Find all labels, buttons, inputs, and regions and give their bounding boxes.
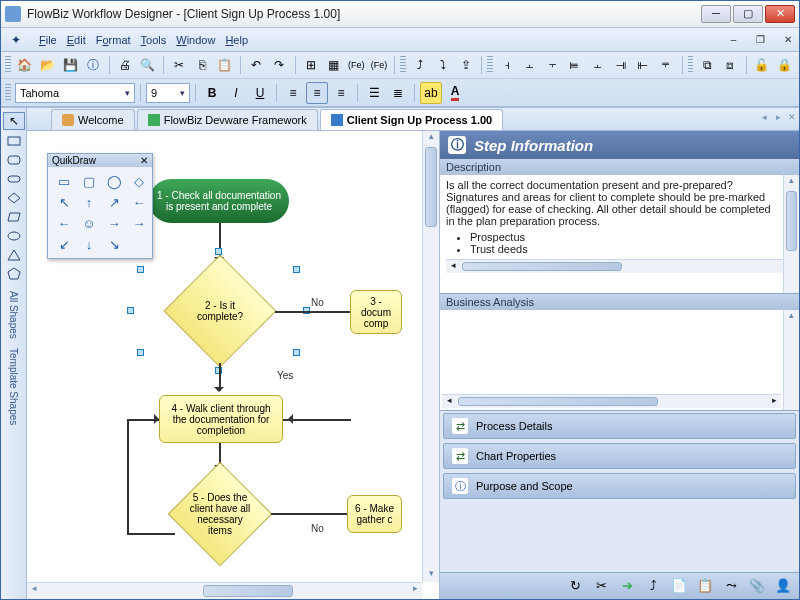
qd-diamond-icon[interactable]: ◇ (127, 171, 151, 191)
tab-scroll-right[interactable]: ▸ (771, 112, 785, 130)
flowchart-step-6[interactable]: 6 - Make gather c (347, 495, 402, 533)
align-top-icon[interactable]: ⫢ (565, 54, 586, 76)
tab-welcome[interactable]: Welcome (51, 109, 135, 130)
underline-button[interactable]: U (249, 82, 271, 104)
font-size-select[interactable]: 9▾ (146, 83, 190, 103)
app-menu-icon[interactable]: ✦ (5, 29, 27, 51)
foot-person-icon[interactable]: 👤 (773, 576, 793, 596)
qd-arrow-se2-icon[interactable]: ↘ (102, 234, 126, 254)
quikdraw-close-icon[interactable]: ✕ (140, 155, 148, 166)
foot-doc-icon[interactable]: 📄 (669, 576, 689, 596)
info-icon[interactable]: ⓘ (83, 54, 104, 76)
shape-rectangle-icon[interactable] (4, 133, 24, 149)
save-icon[interactable]: 💾 (60, 54, 81, 76)
toolbar-grip-4[interactable] (688, 56, 694, 74)
print-icon[interactable]: 🖨 (115, 54, 136, 76)
foot-refresh-icon[interactable]: ↻ (565, 576, 585, 596)
group-icon[interactable]: ⧉ (697, 54, 718, 76)
paste-icon[interactable]: 📋 (214, 54, 235, 76)
align-text-right-button[interactable]: ≡ (330, 82, 352, 104)
qd-rrect-icon[interactable]: ▢ (77, 171, 101, 191)
flowchart-step-3[interactable]: 3 - docum comp (350, 290, 402, 334)
purpose-scope-bar[interactable]: ⓘPurpose and Scope (443, 473, 796, 499)
minimize-button[interactable]: ─ (701, 5, 731, 23)
shape-pentagon-icon[interactable] (4, 266, 24, 282)
description-text[interactable]: Is all the correct documentation present… (440, 175, 799, 293)
flowchart-step-4[interactable]: 4 - Walk client through the documentatio… (159, 395, 283, 443)
description-h-scrollbar[interactable]: ◂▸ (446, 259, 793, 273)
shape-ellipse-icon[interactable] (4, 228, 24, 244)
tab-scroll-left[interactable]: ◂ (757, 112, 771, 130)
align-text-center-button[interactable]: ≡ (306, 82, 328, 104)
template-shapes-tab[interactable]: Template Shapes (8, 348, 19, 425)
mdi-close-button[interactable]: ✕ (780, 34, 795, 46)
tab-client-signup[interactable]: Client Sign Up Process 1.00 (320, 109, 504, 130)
shape-terminator-icon[interactable] (4, 171, 24, 187)
foot-tools-icon[interactable]: ✂ (591, 576, 611, 596)
flowchart-step-2[interactable]: 2 - Is it complete? (163, 254, 276, 367)
copy-icon[interactable]: ⎘ (192, 54, 213, 76)
ba-h-scrollbar[interactable]: ◂▸ (442, 394, 781, 408)
toolbar-font-grip[interactable] (5, 84, 11, 102)
shape-parallelogram-icon[interactable] (4, 209, 24, 225)
qd-arrow-se-icon[interactable]: ↓ (77, 234, 101, 254)
redo-icon[interactable]: ↷ (269, 54, 290, 76)
font-color-button[interactable]: A (444, 82, 466, 104)
foot-link-icon[interactable]: ⤳ (721, 576, 741, 596)
menu-tools[interactable]: Tools (141, 34, 167, 46)
font-family-select[interactable]: Tahoma▾ (15, 83, 135, 103)
grid-icon[interactable]: ⊞ (300, 54, 321, 76)
foot-next-icon[interactable]: ➔ (617, 576, 637, 596)
ba-v-scrollbar[interactable]: ▴ (783, 310, 799, 410)
qd-arrow-ne-icon[interactable]: ↗ (102, 192, 126, 212)
menu-file[interactable]: File (39, 34, 57, 46)
qd-rect-icon[interactable]: ▭ (52, 171, 76, 191)
italic-button[interactable]: I (225, 82, 247, 104)
canvas-h-scrollbar[interactable]: ◂ ▸ (27, 582, 422, 599)
align-left-icon[interactable]: ⫞ (497, 54, 518, 76)
print-preview-icon[interactable]: 🔍 (137, 54, 158, 76)
distribute-v-icon[interactable]: ⫧ (656, 54, 677, 76)
bullets-button[interactable]: ☰ (363, 82, 385, 104)
align-middle-icon[interactable]: ⫠ (588, 54, 609, 76)
menu-window[interactable]: Window (176, 34, 215, 46)
import-icon[interactable]: ⤵ (433, 54, 454, 76)
qd-arrow-s-icon[interactable]: ↙ (52, 234, 76, 254)
snap-icon[interactable]: ▦ (323, 54, 344, 76)
qd-arrow-w-icon[interactable]: ← (127, 192, 151, 212)
shape-triangle-icon[interactable] (4, 247, 24, 263)
quikdraw-palette[interactable]: QuikDraw✕ ▭ ▢ ◯ ◇ ↖ ↑ ↗ ← ← ☺ → → (47, 153, 153, 259)
shape-diamond-icon[interactable] (4, 190, 24, 206)
foot-attach-icon[interactable]: 📎 (747, 576, 767, 596)
pointer-tool[interactable]: ↖ (3, 112, 25, 130)
upload-icon[interactable]: ⇪ (455, 54, 476, 76)
undo-icon[interactable]: ↶ (246, 54, 267, 76)
qd-person-icon[interactable]: ☺ (77, 213, 101, 233)
lock-open-icon[interactable]: 🔓 (752, 54, 773, 76)
canvas[interactable]: 1 - Check all documentation is present a… (27, 131, 439, 599)
qd-arrow-right-icon[interactable]: → (102, 213, 126, 233)
selection-handle[interactable] (137, 266, 144, 273)
selection-handle[interactable] (293, 349, 300, 356)
distribute-h-icon[interactable]: ⫦ (633, 54, 654, 76)
numbering-button[interactable]: ≣ (387, 82, 409, 104)
shape-rounded-rect-icon[interactable] (4, 152, 24, 168)
align-bottom-icon[interactable]: ⫣ (610, 54, 631, 76)
align-center-h-icon[interactable]: ⫠ (519, 54, 540, 76)
bracket-right-icon[interactable]: (Fe) (369, 54, 390, 76)
selection-handle[interactable] (127, 307, 134, 314)
selection-handle[interactable] (137, 349, 144, 356)
bold-button[interactable]: B (201, 82, 223, 104)
foot-checklist-icon[interactable]: 📋 (695, 576, 715, 596)
tab-devware[interactable]: FlowBiz Devware Framework (137, 109, 318, 130)
menu-edit[interactable]: Edit (67, 34, 86, 46)
selection-handle[interactable] (293, 266, 300, 273)
align-right-icon[interactable]: ⫟ (542, 54, 563, 76)
open-icon[interactable]: 📂 (37, 54, 58, 76)
tab-close[interactable]: ✕ (785, 112, 799, 130)
align-text-left-button[interactable]: ≡ (282, 82, 304, 104)
export-icon[interactable]: ⤴ (410, 54, 431, 76)
close-button[interactable]: ✕ (765, 5, 795, 23)
highlight-button[interactable]: ab (420, 82, 442, 104)
lock-icon[interactable]: 🔒 (774, 54, 795, 76)
